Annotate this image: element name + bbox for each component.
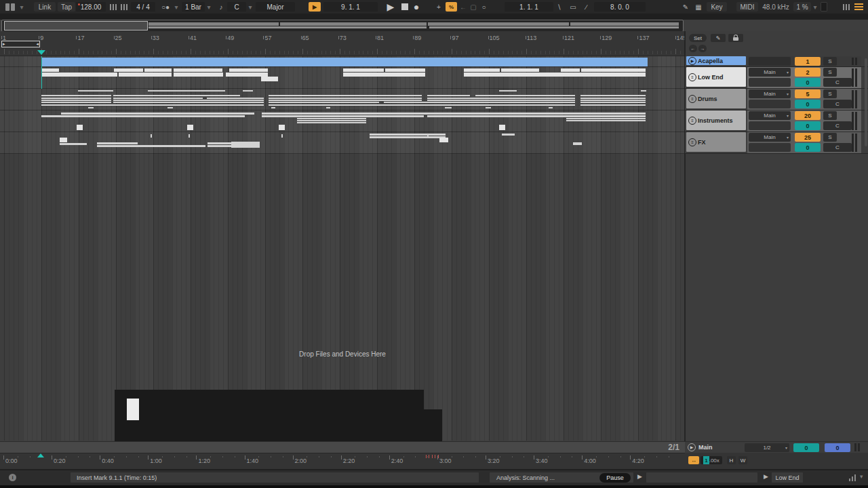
loop-length-display[interactable]: 8. 0. 0 xyxy=(594,2,646,12)
loop-end-handle[interactable]: ◂ xyxy=(36,41,39,47)
solo-button[interactable]: S xyxy=(823,133,837,142)
volume-field[interactable]: 0 xyxy=(795,143,821,152)
clip[interactable] xyxy=(269,95,422,96)
clip[interactable] xyxy=(427,100,575,101)
routing-select[interactable]: Main▾ xyxy=(749,133,791,142)
routing-select[interactable]: Main▾ xyxy=(749,68,791,77)
clip[interactable] xyxy=(113,98,203,99)
plus-icon[interactable]: + xyxy=(434,2,443,12)
loop-region[interactable]: ▸◂ xyxy=(1,41,40,47)
clip[interactable] xyxy=(269,104,575,106)
clip[interactable] xyxy=(113,95,240,96)
clip[interactable] xyxy=(262,115,424,117)
punch-in-button[interactable]: ∖ xyxy=(555,2,564,12)
punch-out-button[interactable]: ∕ xyxy=(582,2,591,12)
draw-automation-button[interactable]: ✎ xyxy=(711,34,726,42)
clip[interactable] xyxy=(499,90,517,92)
time-label[interactable]: 4:00 xyxy=(584,458,596,464)
draw-mode-button[interactable]: ✎ xyxy=(680,2,691,12)
nudge-down-button[interactable] xyxy=(108,2,117,12)
beat-time-ruler[interactable]: ▸◂ 1917253341495765738189971051131211291… xyxy=(0,31,685,56)
time-label[interactable]: 1:00 xyxy=(150,458,162,464)
bar-number[interactable]: 89 xyxy=(414,35,421,41)
clip[interactable] xyxy=(243,90,253,92)
clip[interactable] xyxy=(297,118,366,119)
bar-number[interactable]: 17 xyxy=(77,35,84,41)
nudge-up-button[interactable] xyxy=(119,2,128,12)
clip[interactable] xyxy=(581,68,646,72)
clip[interactable] xyxy=(262,113,646,115)
zoom-height-button[interactable]: H xyxy=(727,456,736,464)
clip[interactable] xyxy=(41,100,111,101)
clip[interactable] xyxy=(144,68,172,72)
clip[interactable] xyxy=(41,68,59,72)
session-record-button[interactable]: ▢ xyxy=(469,2,478,12)
stop-button[interactable] xyxy=(399,2,410,12)
play-preview-icon[interactable]: ▶ xyxy=(637,473,642,480)
quantization-menu[interactable]: 1 Bar xyxy=(182,2,205,12)
main-track-header[interactable]: ▶ Main 1/2▾ 0 0 xyxy=(685,441,868,453)
routing-select[interactable] xyxy=(749,57,791,66)
time-signature-display[interactable]: 4 / 4 xyxy=(131,2,155,12)
meter-chevron[interactable]: ▾ xyxy=(860,473,863,480)
track-title[interactable]: ▶Acapella xyxy=(686,56,746,65)
track-header-instruments[interactable]: ≡InstrumentsMain▾20S0C xyxy=(685,110,868,132)
time-label[interactable]: 3:20 xyxy=(488,458,500,464)
arrangement-overview[interactable] xyxy=(1,20,684,32)
clip[interactable] xyxy=(61,113,254,115)
clip[interactable] xyxy=(343,73,425,77)
clip[interactable] xyxy=(580,102,646,103)
insert-marker-bottom[interactable] xyxy=(37,453,44,458)
track-number-badge[interactable]: 20 xyxy=(795,111,821,120)
pause-button[interactable]: Pause xyxy=(599,473,631,483)
key-map-button[interactable]: Key xyxy=(707,2,727,12)
clip[interactable] xyxy=(231,142,260,148)
clip[interactable] xyxy=(445,107,452,108)
metronome-chevron[interactable]: ▾ xyxy=(174,2,179,12)
reenable-automation-button[interactable]: ← xyxy=(459,2,467,12)
arrangement-area[interactable]: Drop Files and Devices Here xyxy=(0,56,685,441)
preview-play-icon[interactable]: ▶ xyxy=(764,473,768,480)
clip[interactable] xyxy=(580,100,646,101)
time-label[interactable]: 1:20 xyxy=(198,458,210,464)
lock-envelopes-button[interactable] xyxy=(728,34,743,42)
clip[interactable] xyxy=(427,115,646,117)
application-menu-chevron[interactable]: ▾ xyxy=(18,2,25,12)
next-locator-button[interactable]: → xyxy=(698,45,707,52)
track-title[interactable]: ≡Instruments xyxy=(686,110,746,130)
clip[interactable] xyxy=(269,98,422,99)
clip[interactable] xyxy=(148,90,225,92)
clip[interactable] xyxy=(97,145,205,147)
cpu-indicator[interactable] xyxy=(821,2,827,12)
bar-number[interactable]: 57 xyxy=(264,35,271,41)
quantization-chevron[interactable]: ▾ xyxy=(206,2,212,12)
bar-number[interactable]: 105 xyxy=(490,35,500,41)
tempo-display[interactable]: 128.00 xyxy=(76,2,106,12)
clip[interactable] xyxy=(271,107,275,108)
overload-indicator[interactable] xyxy=(842,2,850,12)
link-button[interactable]: Link xyxy=(34,2,56,12)
key-root-select[interactable]: C xyxy=(227,2,246,12)
clip[interactable] xyxy=(499,125,505,130)
clip[interactable] xyxy=(297,120,366,121)
clip[interactable] xyxy=(187,125,193,130)
time-label[interactable]: 4:20 xyxy=(632,458,644,464)
time-label[interactable]: 2:20 xyxy=(343,458,355,464)
solo-button[interactable]: S xyxy=(823,57,837,66)
clip[interactable] xyxy=(370,136,446,138)
clip[interactable] xyxy=(229,68,268,72)
clip[interactable] xyxy=(580,98,646,99)
clip[interactable] xyxy=(464,68,500,72)
key-root-chevron[interactable]: ▾ xyxy=(248,2,253,12)
clip[interactable] xyxy=(326,107,330,108)
midi-keyboard-button[interactable]: ▦ xyxy=(693,2,704,12)
play-button[interactable]: ▶ xyxy=(384,2,397,12)
clip[interactable] xyxy=(261,77,278,81)
clip[interactable] xyxy=(88,107,94,108)
arrangement-position-display[interactable]: 9. 1. 1 xyxy=(323,2,378,12)
bar-number[interactable]: 129 xyxy=(601,35,612,41)
clip[interactable] xyxy=(60,138,67,142)
clip[interactable] xyxy=(77,125,83,130)
bar-number[interactable]: 97 xyxy=(452,35,458,41)
metronome-button[interactable]: ○● xyxy=(158,2,173,12)
